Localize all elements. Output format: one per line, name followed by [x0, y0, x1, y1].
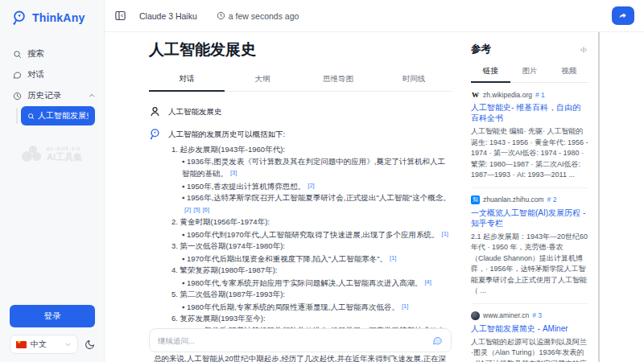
citation-link[interactable]: [6] — [203, 206, 209, 213]
language-label: 中文 — [31, 339, 47, 350]
reference-rank: # 1 — [535, 91, 545, 99]
thinkany-logo[interactable]: ThinkAny — [0, 0, 104, 26]
phase-point: 1936年,图灵发表《可计算数及其在判定问题中的应用》,奠定了计算机和人工智能的… — [182, 156, 452, 180]
phase-item: 3. 第一次低谷期(1974年-1980年):1970年代后期出现资金和重视度下… — [171, 241, 452, 265]
sidebar-nav: 搜索 对话 历史记录 人工智能发展史 — [0, 43, 104, 125]
reference-title-link[interactable]: 人工智能发展简史 - AMiner — [471, 323, 588, 334]
phase-point: 1950年,香农提出计算机博弈思想。[2] — [182, 180, 452, 193]
wikipedia-favicon: W — [471, 90, 480, 99]
phase-title: 5. 第二次低谷期(1987年-1993年): — [171, 289, 452, 301]
reference-domain: zh.wikipedia.org — [483, 91, 532, 99]
sidebar-item-chat[interactable]: 对话 — [0, 64, 104, 85]
reference-source-row: Wzh.wikipedia.org# 1 — [471, 90, 588, 99]
phase-title: 2. 黄金时期(1956年-1974年): — [171, 216, 452, 228]
zhihu-favicon: 知 — [471, 195, 480, 204]
ai-message-row: 人工智能的发展历史可以概括如下: — [149, 128, 452, 140]
language-select[interactable]: 中文 — [10, 335, 78, 354]
history-entry-label: 人工智能发展史 — [38, 110, 89, 121]
reference-snippet: 人工智能的起源可以追溯到以及阿兰·图灵（Alan Turing）1936年发表的… — [471, 337, 588, 362]
search-icon — [27, 113, 34, 120]
followup-input-box — [149, 328, 452, 352]
followup-input[interactable] — [158, 336, 432, 345]
phase-point: 1980年代后期,专家系统的局限性逐渐显现,人工智能再次低谷。[1] — [182, 301, 452, 314]
sidebar-item-label: 搜索 — [27, 48, 44, 60]
tab-images[interactable]: 图片 — [510, 64, 550, 83]
citation-link[interactable]: [1] — [390, 254, 396, 261]
phase-point: 1970年代后期出现资金和重视度下降,陷入"人工智能寒冬"。[1] — [182, 253, 452, 265]
point-text: 1970年代后期出现资金和重视度下降,陷入"人工智能寒冬"。 — [187, 254, 387, 263]
main-area: Claude 3 Haiku a few seconds ago 人工智能发展史… — [105, 0, 644, 362]
point-text: 1980年代,专家系统开始应用于实际问题解决,人工智能再次进入高潮。 — [187, 278, 422, 287]
chevron-up-icon[interactable] — [88, 92, 96, 100]
history-entry-active[interactable]: 人工智能发展史 — [21, 106, 95, 125]
share-button[interactable] — [612, 6, 634, 25]
point-text: 1980年代后期,专家系统的局限性逐渐显现,人工智能再次低谷。 — [187, 302, 399, 311]
watermark-domain: ai-bot.cn — [47, 145, 82, 152]
tab-links[interactable]: 链接 — [471, 64, 510, 83]
thinkany-ai-avatar-icon — [149, 128, 162, 140]
reference-item[interactable]: 知zhuanlan.zhihu.com# 2一文概览人工智能(AI)发展历程 -… — [471, 188, 588, 304]
phase-item: 1. 起步发展期(1943年-1960年代):1936年,图灵发表《可计算数及其… — [171, 144, 452, 216]
resize-panel-icon[interactable] — [579, 45, 588, 55]
answer-conclusion: 总的来说,人工智能从20世纪中期起步,经历了几次起伏,并在近年来得到飞速发展,正… — [154, 353, 452, 362]
references-title: 参考 — [471, 43, 491, 56]
phase-title: 3. 第一次低谷期(1974年-1980年): — [171, 241, 452, 253]
point-text: 1956年,达特茅斯学院召开人工智能夏季研讨会,正式提出"人工智能"这个概念。 — [187, 193, 451, 202]
user-avatar-icon — [149, 105, 162, 117]
user-message-row: 人工智能发展史 — [149, 105, 452, 117]
reference-item[interactable]: Wzh.wikipedia.org# 1人工智能史- 维基百科，自由的百科全书人… — [471, 83, 588, 188]
tab-timeline[interactable]: 时间线 — [376, 70, 452, 92]
chevron-down-icon — [64, 341, 72, 348]
citation-link[interactable]: [1] — [442, 230, 448, 237]
phase-title: 4. 繁荣复苏期(1980年-1987年): — [171, 265, 452, 277]
citation-link[interactable]: [2] — [184, 206, 191, 213]
references-panel: 参考 链接 图片 视频 Wzh.wikipedia.org# 1人工智能史- 维… — [463, 32, 600, 362]
phase-point: 1980年代,专家系统开始应用于实际问题解决,人工智能再次进入高潮。[4] — [182, 277, 452, 290]
reference-source-row: 知zhuanlan.zhihu.com# 2 — [471, 195, 588, 204]
citation-link[interactable]: [1] — [402, 302, 408, 310]
phase-points: 1970年代后期出现资金和重视度下降,陷入"人工智能寒冬"。[1] — [182, 253, 452, 265]
search-icon — [13, 50, 22, 59]
citation-link[interactable]: [2] — [308, 182, 314, 189]
reference-title-link[interactable]: 一文概览人工智能(AI)发展历程 - 知乎专栏 — [471, 208, 588, 228]
sidebar-item-label: 对话 — [27, 69, 44, 80]
chat-icon — [13, 71, 22, 80]
thinkany-logo-icon — [11, 10, 27, 26]
clock-icon — [217, 11, 225, 20]
citation-link[interactable]: [5] — [193, 206, 200, 213]
conclusion-text: 总的来说,人工智能从20世纪中期起步,经历了几次起伏,并在近年来得到飞速发展,正… — [154, 354, 446, 362]
citation-link[interactable]: [4] — [424, 278, 431, 286]
dark-mode-toggle[interactable] — [85, 339, 95, 350]
reference-item[interactable]: www.aminer.cn# 3人工智能发展简史 - AMiner人工智能的起源… — [471, 304, 588, 362]
page-title: 人工智能发展史 — [149, 32, 452, 60]
aminer-favicon — [471, 311, 480, 320]
history-entry-row: 人工智能发展史 — [0, 106, 104, 125]
tab-mindmap[interactable]: 思维导图 — [300, 70, 376, 92]
tab-outline[interactable]: 大纲 — [225, 70, 300, 92]
point-text: 1936年,图灵发表《可计算数及其在判定问题中的应用》,奠定了计算机和人工智能的… — [182, 157, 445, 179]
phase-points: 1950年代到1970年代,人工智能研究取得了快速进展,出现了多个应用系统。[1… — [182, 228, 452, 241]
watermark-logo-icon — [22, 146, 43, 162]
watermark: ai-bot.cn AI工具集 — [0, 145, 104, 162]
phase-item: 4. 繁荣复苏期(1980年-1987年):1980年代,专家系统开始应用于实际… — [171, 265, 452, 289]
login-button[interactable]: 登录 — [10, 305, 95, 327]
model-name: Claude 3 Haiku — [139, 11, 197, 21]
phase-points: 1936年,图灵发表《可计算数及其在判定问题中的应用》,奠定了计算机和人工智能的… — [182, 156, 452, 217]
sidebar-footer: 登录 中文 — [0, 305, 105, 354]
collapse-sidebar-icon[interactable] — [114, 10, 126, 22]
sidebar-item-history[interactable]: 历史记录 — [0, 85, 104, 106]
send-icon[interactable] — [432, 335, 443, 346]
reference-title-link[interactable]: 人工智能史- 维基百科，自由的百科全书 — [471, 102, 588, 123]
watermark-name: AI工具集 — [47, 152, 82, 162]
reference-rank: # 3 — [532, 311, 542, 319]
phase-item: 5. 第二次低谷期(1987年-1993年):1980年代后期,专家系统的局限性… — [171, 289, 452, 313]
sidebar-item-search[interactable]: 搜索 — [0, 43, 104, 64]
phase-title: 6. 复苏发展期(1993年至今): — [171, 313, 452, 325]
topbar: Claude 3 Haiku a few seconds ago — [105, 0, 644, 32]
phase-points: 1980年代后期,专家系统的局限性逐渐显现,人工智能再次低谷。[1] — [182, 301, 452, 314]
citation-link[interactable]: [3] — [230, 169, 237, 176]
tab-chat[interactable]: 对话 — [149, 70, 225, 92]
answer-phase-list: 1. 起步发展期(1943年-1960年代):1936年,图灵发表《可计算数及其… — [171, 144, 452, 349]
reference-domain: www.aminer.cn — [483, 311, 529, 319]
tab-videos[interactable]: 视频 — [549, 64, 588, 83]
